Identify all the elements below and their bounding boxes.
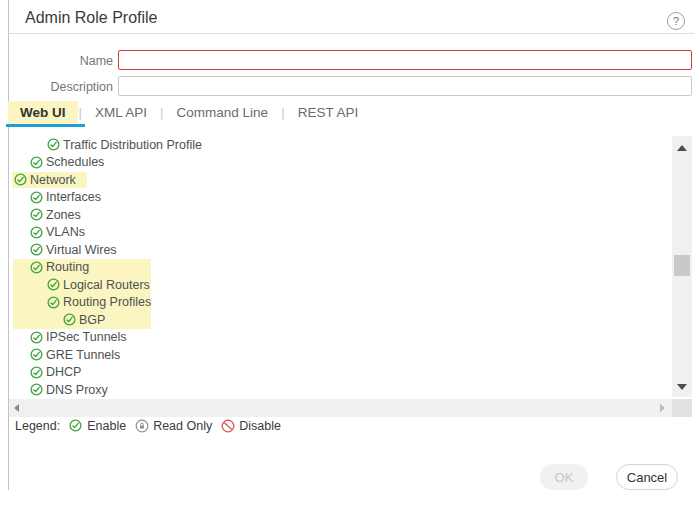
enable-check-icon[interactable] <box>30 348 43 361</box>
help-icon[interactable]: ? <box>667 12 685 30</box>
tree-item-logical-routers[interactable]: Logical Routers <box>9 276 672 294</box>
scroll-down-arrow-icon[interactable] <box>677 384 687 390</box>
enable-check-icon[interactable] <box>47 296 60 309</box>
legend: Legend: Enable Read Only Disable <box>15 418 281 434</box>
enable-check-icon[interactable] <box>30 243 43 256</box>
tab-xml-api[interactable]: XML API <box>83 101 159 124</box>
disable-icon <box>221 419 235 433</box>
legend-item-read-only: Read Only <box>135 419 212 433</box>
vertical-scrollbar[interactable] <box>672 136 692 397</box>
enable-check-icon[interactable] <box>30 208 43 221</box>
tree-item-label: Traffic Distribution Profile <box>63 138 202 152</box>
legend-item-label: Enable <box>87 419 126 433</box>
tree-item-routing-profiles[interactable]: Routing Profiles <box>9 294 672 312</box>
cancel-button[interactable]: Cancel <box>616 464 678 490</box>
tree-item-label: Interfaces <box>46 190 101 204</box>
tree-item-traffic-distribution-profile[interactable]: Traffic Distribution Profile <box>9 136 672 154</box>
legend-title: Legend: <box>15 419 60 433</box>
enable-check-icon[interactable] <box>63 313 76 326</box>
tree-item-virtual-wires[interactable]: Virtual Wires <box>9 241 672 259</box>
scroll-right-arrow-icon[interactable] <box>660 404 665 412</box>
tree-item-label: DHCP <box>46 365 81 379</box>
tab-bar: Web UI|XML API|Command Line|REST API <box>8 101 370 124</box>
enable-check-icon[interactable] <box>30 191 43 204</box>
tree-item-network[interactable]: Network <box>9 171 672 189</box>
description-label: Description <box>8 80 113 94</box>
tree-item-routing[interactable]: Routing <box>9 259 672 277</box>
tree-item-dhcp[interactable]: DHCP <box>9 364 672 382</box>
title-divider <box>8 33 694 34</box>
name-input[interactable] <box>118 50 692 70</box>
enable-check-icon[interactable] <box>47 278 60 291</box>
tree-item-zones[interactable]: Zones <box>9 206 672 224</box>
tree-item-dns-proxy[interactable]: DNS Proxy <box>9 381 672 398</box>
description-input[interactable] <box>118 76 692 96</box>
enable-check-icon[interactable] <box>14 173 27 186</box>
tree-item-label: Routing Profiles <box>63 295 151 309</box>
permissions-tree: Traffic Distribution Profile Schedules N… <box>9 136 672 398</box>
tree-item-label: VLANs <box>46 225 85 239</box>
ok-button[interactable]: OK <box>540 464 588 490</box>
tree-item-label: Zones <box>46 208 81 222</box>
tree-item-label: Routing <box>46 260 89 274</box>
enable-check-icon[interactable] <box>30 383 43 396</box>
enable-check-icon[interactable] <box>30 226 43 239</box>
tab-command-line[interactable]: Command Line <box>165 101 281 124</box>
tree-item-vlans[interactable]: VLANs <box>9 224 672 242</box>
legend-item-label: Read Only <box>153 419 212 433</box>
tab-rest-api[interactable]: REST API <box>286 101 371 124</box>
scroll-left-arrow-icon[interactable] <box>14 404 19 412</box>
scrollbar-corner <box>672 399 692 417</box>
tree-item-label: Network <box>30 173 76 187</box>
name-label: Name <box>8 54 113 68</box>
tree-item-label: BGP <box>79 313 105 327</box>
enable-check-icon[interactable] <box>30 331 43 344</box>
enable-check-icon[interactable] <box>30 156 43 169</box>
tree-item-bgp[interactable]: BGP <box>9 311 672 329</box>
tree-item-schedules[interactable]: Schedules <box>9 154 672 172</box>
read-only-lock-icon <box>135 419 149 433</box>
tree-item-interfaces[interactable]: Interfaces <box>9 189 672 207</box>
legend-item-label: Disable <box>239 419 281 433</box>
tree-item-gre-tunnels[interactable]: GRE Tunnels <box>9 346 672 364</box>
scroll-up-arrow-icon[interactable] <box>677 145 687 151</box>
dialog-title: Admin Role Profile <box>25 9 158 27</box>
tree-item-label: GRE Tunnels <box>46 348 120 362</box>
enable-check-icon[interactable] <box>47 138 60 151</box>
tree-item-label: IPSec Tunnels <box>46 330 127 344</box>
vertical-scrollbar-thumb[interactable] <box>674 255 690 276</box>
tree-item-label: Logical Routers <box>63 278 150 292</box>
tab-web-ui[interactable]: Web UI <box>8 101 78 124</box>
enable-check-icon[interactable] <box>30 261 43 274</box>
enable-check-icon <box>69 419 83 433</box>
enable-check-icon[interactable] <box>30 366 43 379</box>
tree-item-ipsec-tunnels[interactable]: IPSec Tunnels <box>9 329 672 347</box>
legend-item-disable: Disable <box>221 419 281 433</box>
tree-item-label: DNS Proxy <box>46 383 108 397</box>
tree-item-label: Virtual Wires <box>46 243 117 257</box>
horizontal-scrollbar[interactable] <box>9 399 672 417</box>
legend-item-enable: Enable <box>69 419 126 433</box>
tree-item-label: Schedules <box>46 155 104 169</box>
